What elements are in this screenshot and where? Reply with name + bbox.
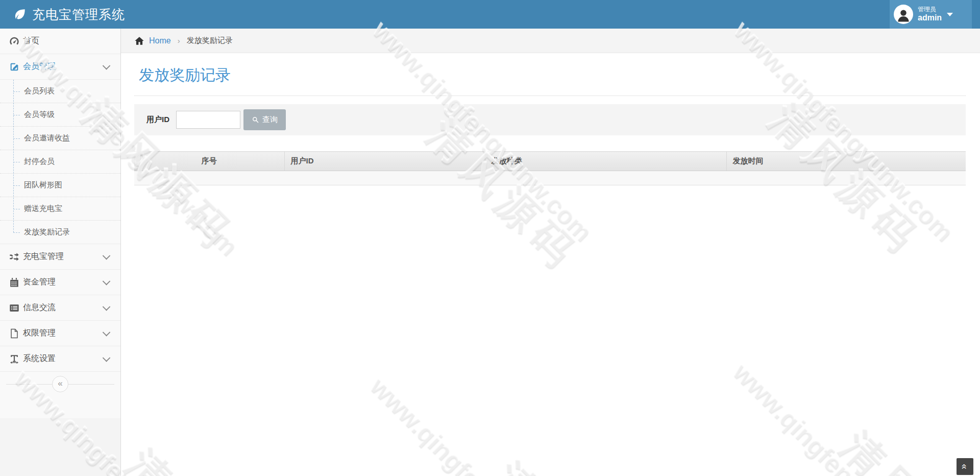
sidebar-item-label: 会员管理 — [23, 61, 56, 72]
sidebar-item-member-management[interactable]: 会员管理 — [0, 54, 120, 80]
rewards-table: 序号 用户ID 发放种类 发放时间 — [134, 151, 966, 185]
sidebar-subitem-reward-records[interactable]: 发放奖励记录 — [0, 220, 120, 244]
sidebar-item-label: 信息交流 — [23, 302, 56, 313]
search-button-label: 查询 — [262, 115, 278, 125]
chevron-down-icon — [103, 328, 111, 337]
column-header-reward-type: 发放种类 — [485, 152, 726, 171]
sidebar-subitem-member-level[interactable]: 会员等级 — [0, 103, 120, 126]
table-empty-row — [134, 171, 966, 185]
user-menu[interactable]: 管理员 admin — [890, 0, 972, 29]
list-icon — [8, 302, 20, 314]
subitem-label: 团队树形图 — [24, 180, 62, 190]
chevron-down-icon — [103, 62, 111, 70]
angle-double-up-icon: « — [960, 464, 970, 469]
search-panel: 用户ID 查询 — [134, 104, 966, 135]
sidebar-item-powerbank-management[interactable]: 充电宝管理 — [0, 244, 120, 270]
user-id-input[interactable] — [176, 111, 240, 129]
sidebar-item-home[interactable]: 首页 — [0, 29, 120, 54]
breadcrumb-current: 发放奖励记录 — [187, 36, 233, 45]
subitem-label: 赠送充电宝 — [24, 204, 62, 213]
sidebar-subitem-banned-members[interactable]: 封停会员 — [0, 150, 120, 173]
text-width-icon — [8, 353, 20, 365]
chevron-down-icon — [103, 277, 111, 285]
calendar-icon — [8, 276, 20, 289]
title-divider — [134, 96, 966, 96]
home-icon — [134, 36, 144, 46]
sidebar: 首页 会员管理 会员列表 会员等级 会员邀请收益 封停会员 团队树形图 赠送充电… — [0, 29, 121, 476]
sidebar-subitem-invite-income[interactable]: 会员邀请收益 — [0, 126, 120, 150]
breadcrumb-home-link[interactable]: Home — [149, 36, 171, 45]
sidebar-item-label: 系统设置 — [23, 353, 56, 364]
column-header-index: 序号 — [134, 152, 284, 171]
sidebar-subitem-member-list[interactable]: 会员列表 — [0, 80, 120, 103]
sidebar-subitem-team-tree[interactable]: 团队树形图 — [0, 173, 120, 197]
sidebar-collapse-row: « — [0, 372, 120, 396]
chevron-down-icon — [103, 354, 111, 362]
sidebar-item-label: 充电宝管理 — [23, 251, 64, 262]
user-role: 管理员 — [918, 6, 942, 13]
edit-icon — [8, 61, 20, 73]
sidebar-item-label: 权限管理 — [23, 328, 56, 339]
column-header-issue-time: 发放时间 — [726, 152, 966, 171]
avatar — [894, 5, 913, 24]
subitem-label: 封停会员 — [24, 157, 55, 166]
sidebar-collapse-button[interactable]: « — [52, 376, 68, 392]
top-header-bar: 充电宝管理系统 管理员 admin — [0, 0, 980, 29]
breadcrumb-separator: › — [178, 36, 180, 45]
search-button[interactable]: 查询 — [243, 109, 286, 130]
sidebar-footer-area — [0, 418, 120, 476]
user-name: admin — [918, 13, 942, 22]
sidebar-item-information-exchange[interactable]: 信息交流 — [0, 295, 120, 321]
breadcrumb: Home › 发放奖励记录 — [121, 29, 980, 53]
subitem-label: 会员列表 — [24, 86, 55, 96]
column-header-user-id: 用户ID — [284, 152, 485, 171]
member-submenu: 会员列表 会员等级 会员邀请收益 封停会员 团队树形图 赠送充电宝 发放奖励记录 — [0, 80, 120, 244]
page-title: 发放奖励记录 — [139, 65, 966, 86]
search-icon — [252, 116, 259, 124]
app-title: 充电宝管理系统 — [32, 6, 125, 23]
user-info: 管理员 admin — [918, 6, 942, 22]
file-icon — [8, 327, 20, 340]
sidebar-item-label: 首页 — [23, 36, 39, 46]
chevron-down-icon — [103, 252, 111, 260]
sidebar-item-system-settings[interactable]: 系统设置 — [0, 346, 120, 372]
caret-down-icon — [947, 13, 953, 16]
subitem-label: 会员邀请收益 — [24, 133, 70, 143]
table-header-row: 序号 用户ID 发放种类 发放时间 — [134, 152, 966, 171]
dashboard-icon — [8, 35, 20, 47]
app-logo[interactable]: 充电宝管理系统 — [13, 0, 125, 29]
main-content: Home › 发放奖励记录 发放奖励记录 用户ID 查询 — [121, 29, 980, 476]
sidebar-item-label: 资金管理 — [23, 277, 56, 288]
app-window: 充电宝管理系统 管理员 admin 首页 会员管理 — [0, 0, 980, 476]
chevron-down-icon — [103, 303, 111, 311]
shuffle-icon — [8, 251, 20, 263]
leaf-icon — [13, 8, 27, 21]
sidebar-subitem-gift-powerbank[interactable]: 赠送充电宝 — [0, 197, 120, 220]
subitem-label: 会员等级 — [24, 110, 55, 120]
user-id-label: 用户ID — [146, 115, 169, 125]
subitem-label: 发放奖励记录 — [24, 227, 70, 237]
sidebar-item-permission-management[interactable]: 权限管理 — [0, 321, 120, 346]
sidebar-item-funds-management[interactable]: 资金管理 — [0, 270, 120, 295]
page-body: 发放奖励记录 用户ID 查询 序号 — [121, 65, 980, 185]
back-to-top-button[interactable]: « — [957, 458, 973, 475]
angle-double-left-icon: « — [58, 379, 62, 388]
